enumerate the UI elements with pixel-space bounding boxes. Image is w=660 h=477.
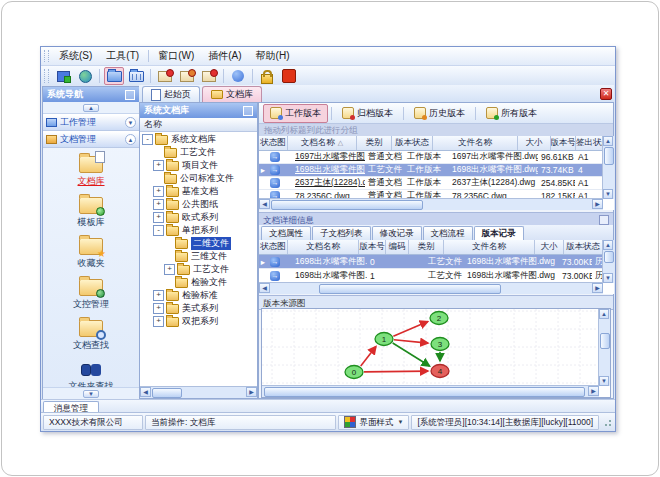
column-header[interactable]: 大小 [535, 240, 564, 254]
column-header[interactable]: 状态图 [259, 240, 288, 254]
version-button-2[interactable]: 历史版本 [407, 104, 472, 123]
tree-node-10[interactable]: +工艺文件 [140, 263, 257, 276]
tree-node-2[interactable]: +项目文件 [140, 159, 257, 172]
detail-table-vscrollbar[interactable]: ▲ ▼ [602, 240, 614, 283]
scroll-right-icon[interactable]: ▶ [592, 283, 603, 293]
tree-node-8[interactable]: 二维文件 [140, 237, 257, 250]
sidebar-group-work[interactable]: 工作管理 ▼ [43, 114, 139, 131]
tree-node-0[interactable]: -系统文档库 [140, 133, 257, 146]
detail-tab-4[interactable]: 版本记录 [474, 226, 524, 240]
power-icon-button[interactable] [279, 67, 299, 85]
sidebar-group-docs[interactable]: 文档管理 ▲ [43, 131, 139, 148]
table-row[interactable]: →1698出水嘴零件图.dwg1工艺文件1698出水嘴零件图.dwg73.00K… [259, 269, 603, 283]
column-header[interactable]: 编码 [386, 240, 409, 254]
scroll-up-icon[interactable]: ▲ [599, 309, 609, 319]
column-header[interactable]: 文档名称 [288, 240, 359, 254]
scroll-thumb[interactable] [152, 388, 182, 398]
pin-icon[interactable] [243, 106, 253, 116]
tab-1[interactable]: 文档库 [202, 86, 262, 102]
column-header[interactable]: 文档名称△ [288, 136, 357, 150]
tree-node-1[interactable]: 工艺文件 [140, 146, 257, 159]
tree-expander[interactable]: + [164, 264, 175, 275]
scroll-thumb[interactable] [319, 284, 501, 294]
tree-node-7[interactable]: -单把系列 [140, 224, 257, 237]
version-button-0[interactable]: 工作版本 [263, 104, 328, 123]
tree-node-9[interactable]: 三维文件 [140, 250, 257, 263]
tree-expander[interactable]: + [153, 160, 164, 171]
scroll-thumb[interactable] [271, 200, 423, 210]
graph-vscrollbar[interactable]: ▲ ▼ [598, 309, 610, 386]
tree-node-13[interactable]: +美式系列 [140, 302, 257, 315]
tree-expander[interactable]: + [153, 303, 164, 314]
sidebar-item-1[interactable]: 模板库 [78, 193, 105, 229]
pin-icon[interactable] [599, 215, 609, 225]
scroll-left-icon[interactable]: ◀ [259, 283, 270, 293]
folder-open-icon-button[interactable] [104, 67, 124, 85]
tree-expander[interactable]: + [153, 316, 164, 327]
column-header[interactable]: 文件名称 [444, 240, 535, 254]
scroll-thumb[interactable] [264, 387, 585, 397]
folder-grid-icon-button[interactable] [126, 67, 146, 85]
lock-icon-button[interactable] [257, 67, 277, 85]
close-icon[interactable]: ✕ [600, 88, 612, 100]
menu-item-1[interactable]: 工具(T) [99, 48, 146, 64]
scroll-down-icon[interactable]: ▼ [599, 376, 609, 386]
table-row[interactable]: →1697出水嘴零件图.dwg普通文档工作版本1697出水嘴零件图.dwg96.… [259, 151, 603, 164]
table-row[interactable]: ▸→1698出水嘴零件图.dwg0工艺文件1698出水嘴零件图.dwg73.00… [259, 255, 603, 269]
tree-expander[interactable]: + [153, 290, 164, 301]
help-icon-button[interactable] [228, 67, 248, 85]
ui-style-dropdown[interactable]: 界面样式 ▼ [338, 415, 409, 430]
table-row[interactable]: ▸→1698出水嘴零件图.dwg工艺文件工作版本1698出水嘴零件图.dwg73… [259, 164, 603, 177]
tree-expander[interactable]: + [153, 212, 164, 223]
sidebar-item-5[interactable]: 文件夹查找 [69, 357, 114, 387]
column-header[interactable]: 版本状态 [564, 240, 603, 254]
main-table-hscrollbar[interactable]: ◀ ▶ [259, 198, 603, 210]
main-table-vscrollbar[interactable]: ▲ ▼ [602, 136, 614, 199]
sidebar-item-3[interactable]: 文控管理 [73, 275, 109, 311]
scroll-left-icon[interactable]: ◀ [140, 387, 151, 397]
column-header[interactable]: 版本号 [551, 136, 576, 150]
mail-read-icon-button[interactable] [177, 67, 197, 85]
tree-node-12[interactable]: +检验标准 [140, 289, 257, 302]
column-header[interactable]: 类别 [357, 136, 392, 150]
tab-0[interactable]: 起始页 [142, 86, 200, 102]
column-header[interactable]: 版本状态 [392, 136, 433, 150]
scroll-thumb[interactable] [604, 147, 614, 165]
column-header[interactable]: 状态图 [259, 136, 288, 150]
tree-column-header[interactable]: 名称 [140, 118, 257, 132]
mail-del-icon-button[interactable] [199, 67, 219, 85]
graph-hscrollbar[interactable]: ▶ [262, 385, 599, 397]
tree-node-6[interactable]: +欧式系列 [140, 211, 257, 224]
scroll-up-icon[interactable]: ▲ [603, 240, 613, 250]
sidebar-item-4[interactable]: 文档查找 [73, 316, 109, 352]
detail-tab-2[interactable]: 修改记录 [372, 226, 422, 240]
scroll-down-icon[interactable]: ▼ [603, 273, 613, 283]
column-header[interactable]: 版本号 [359, 240, 386, 254]
globe-icon-button[interactable] [75, 67, 95, 85]
version-button-1[interactable]: 归档版本 [335, 104, 400, 123]
scroll-up-icon[interactable]: ▲ [603, 136, 613, 146]
detail-tab-1[interactable]: 子文档列表 [312, 226, 371, 240]
column-header[interactable]: 大小 [518, 136, 551, 150]
column-header[interactable]: 文件名称 [433, 136, 518, 150]
menu-item-4[interactable]: 插件(A) [201, 48, 248, 64]
pin-icon[interactable] [125, 90, 135, 100]
tree-expander[interactable]: - [153, 225, 164, 236]
detail-table-hscrollbar[interactable]: ◀ ▶ [259, 282, 603, 294]
tree-expander[interactable]: - [142, 134, 153, 145]
menu-item-3[interactable]: 窗口(W) [151, 48, 201, 64]
scroll-down-button[interactable]: ▼ [83, 390, 99, 398]
scroll-down-icon[interactable]: ▼ [603, 189, 613, 199]
tree-hscrollbar[interactable]: ◀ ▶ [140, 386, 257, 398]
scroll-right-icon[interactable]: ▶ [588, 386, 599, 396]
scroll-thumb[interactable] [600, 333, 610, 349]
scroll-up-button[interactable]: ▲ [83, 104, 99, 112]
column-header[interactable]: 签出状态 [576, 136, 603, 150]
menu-item-5[interactable]: 帮助(H) [249, 48, 297, 64]
tree-node-4[interactable]: +基准文档 [140, 185, 257, 198]
version-graph-canvas[interactable]: 01234 [262, 309, 598, 384]
detail-tab-0[interactable]: 文档属性 [261, 226, 311, 240]
table-row[interactable]: →2637主体(12284).dwg普通文档工作版本2637主体(12284).… [259, 177, 603, 190]
tree-node-5[interactable]: +公共图纸 [140, 198, 257, 211]
sidebar-item-0[interactable]: 文档库 [78, 152, 105, 188]
